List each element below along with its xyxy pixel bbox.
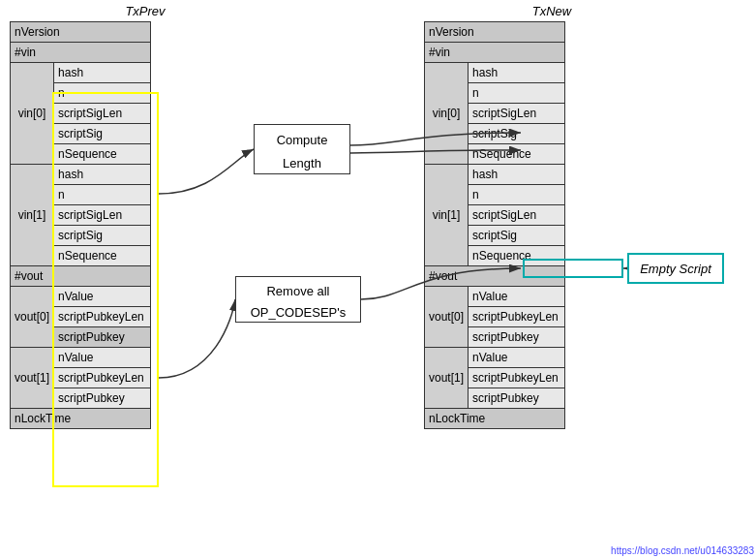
arrow-to-remove xyxy=(159,299,235,378)
txprev-vout1-label: vout[1] xyxy=(11,348,54,409)
empty-script-label: Empty Script xyxy=(640,262,711,276)
watermark: https://blog.csdn.net/u014633283 xyxy=(611,545,754,556)
txnew-vout0-scriptpubkeylen: scriptPubkeyLen xyxy=(469,307,565,327)
remove-all-label: Remove allOP_CODESEP's xyxy=(251,284,347,320)
txnew-vout0-scriptpubkey: scriptPubkey xyxy=(469,327,565,348)
remove-all-box: Remove allOP_CODESEP's xyxy=(235,276,361,323)
txprev-vin0-label: vin[0] xyxy=(11,63,54,165)
txnew-vin1-scriptsig: scriptSig xyxy=(469,226,565,246)
diagram-container: TxPrev TxNew nVersion #vin vin[0] hash n… xyxy=(0,0,756,558)
txnew-title: TxNew xyxy=(474,4,629,18)
txprev-title: TxPrev xyxy=(68,4,223,18)
compute-length-label: ComputeLength xyxy=(277,133,328,170)
txnew-vout1-scriptpubkeylen: scriptPubkeyLen xyxy=(469,368,565,388)
txnew-vin0-n: n xyxy=(469,83,565,104)
txnew-nlocktime: nLockTime xyxy=(425,409,565,429)
teal-highlight-box xyxy=(523,259,623,278)
txprev-vin0-hash: hash xyxy=(54,63,151,83)
txnew-nversion: nVersion xyxy=(425,22,565,43)
empty-script-box: Empty Script xyxy=(627,253,724,284)
txnew-vout0-label: vout[0] xyxy=(425,287,469,348)
txnew-vin-count: #vin xyxy=(425,43,565,63)
txnew-table: nVersion #vin vin[0] hash n scriptSigLen… xyxy=(424,21,565,429)
txnew-vin0-nsequence: nSequence xyxy=(469,144,565,165)
yellow-highlight-box xyxy=(52,92,159,487)
txnew-vin0-scriptsiglen: scriptSigLen xyxy=(469,104,565,124)
txprev-vin1-label: vin[1] xyxy=(11,165,54,266)
txnew-vin0-scriptsig: scriptSig xyxy=(469,124,565,144)
txnew-vin1-label: vin[1] xyxy=(425,165,469,266)
txprev-nversion: nVersion xyxy=(11,22,151,43)
compute-length-box: ComputeLength xyxy=(254,124,350,174)
txprev-vout0-label: vout[0] xyxy=(11,287,54,348)
txnew-vin1-hash: hash xyxy=(469,165,565,185)
txnew-vout1-label: vout[1] xyxy=(425,348,469,409)
txnew-vout1-nvalue: nValue xyxy=(469,348,565,368)
txnew-vin0-hash: hash xyxy=(469,63,565,83)
txnew-vout1-scriptpubkey: scriptPubkey xyxy=(469,388,565,409)
txnew-vin1-n: n xyxy=(469,185,565,205)
txnew-vin0-label: vin[0] xyxy=(425,63,469,165)
txprev-vin-count: #vin xyxy=(11,43,151,63)
txnew-vout0-nvalue: nValue xyxy=(469,287,565,307)
arrow-to-compute xyxy=(159,149,254,194)
txnew-vin1-scriptsiglen: scriptSigLen xyxy=(469,205,565,226)
